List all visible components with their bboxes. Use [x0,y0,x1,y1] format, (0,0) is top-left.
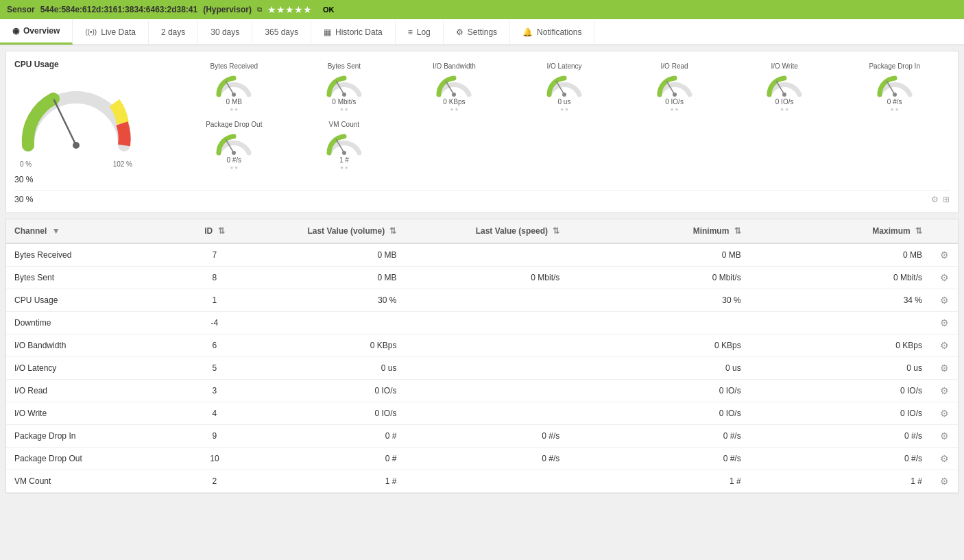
cell-channel: I/O Read [6,380,187,402]
cell-maximum: 0 KBps [749,334,930,357]
cell-actions[interactable]: ⚙ [930,470,958,493]
col-id-label: ID [204,226,213,236]
io-write-label: I/O Write [771,62,798,70]
vm-count-label: VM Count [329,121,359,128]
col-channel[interactable]: Channel ▼ [6,219,187,243]
col-actions [930,219,958,243]
gauge-io-read: I/O Read 0 IO/s ●● [619,60,730,115]
row-gear-icon[interactable]: ⚙ [940,430,949,441]
io-read-gauge-svg [654,71,695,97]
nav-settings[interactable]: ⚙ Settings [444,21,510,44]
nav-365days[interactable]: 365 days [252,21,311,44]
col-minimum[interactable]: Minimum ⇅ [568,219,749,243]
cell-last-value-volume: 0 us [242,357,405,380]
col-last-value-volume[interactable]: Last Value (volume) ⇅ [242,219,405,243]
header-sensor-type: (Hypervisor) [203,5,252,14]
cell-last-value-speed [405,289,568,312]
row-gear-icon[interactable]: ⚙ [940,476,949,487]
gauge-io-bandwidth: I/O Bandwidth 0 KBps ●● [399,60,509,115]
col-maximum-label: Maximum [872,226,910,236]
cell-actions[interactable]: ⚙ [930,243,958,267]
cell-id: 7 [187,243,241,267]
cell-id: 1 [187,289,241,312]
row-gear-icon[interactable]: ⚙ [940,385,949,396]
cell-channel: VM Count [6,470,187,493]
nav-30days[interactable]: 30 days [198,21,252,44]
table-body: Bytes Received 7 0 MB 0 MB 0 MB ⚙ Bytes … [6,243,958,493]
nav-log[interactable]: ≡ Log [396,21,444,44]
bytes-sent-gauge-svg [324,71,365,97]
cell-channel: Bytes Received [6,243,187,267]
gauge-vm-count: VM Count 1 # ●● [289,118,400,173]
cell-actions[interactable]: ⚙ [930,380,958,402]
nav-log-label: Log [417,27,431,37]
cell-actions[interactable]: ⚙ [930,402,958,425]
overview-expand-icon[interactable]: ⊞ [943,195,950,204]
cell-actions[interactable]: ⚙ [930,448,958,470]
row-gear-icon[interactable]: ⚙ [940,453,949,464]
cell-actions[interactable]: ⚙ [930,425,958,448]
cell-last-value-volume: 0 IO/s [242,402,405,425]
io-read-value: 0 IO/s [665,98,684,106]
nav-2days[interactable]: 2 days [149,21,198,44]
package-drop-in-value: 0 #/s [887,98,902,106]
row-gear-icon[interactable]: ⚙ [940,249,949,260]
cell-last-value-volume [242,312,405,334]
nav-overview[interactable]: ◉ Overview [0,19,73,45]
cell-id: 4 [187,402,241,425]
cell-id: -4 [187,312,241,334]
cell-actions[interactable]: ⚙ [930,334,958,357]
cell-channel: I/O Write [6,402,187,425]
col-maximum[interactable]: Maximum ⇅ [749,219,930,243]
overview-icon: ◉ [12,26,19,36]
cell-minimum: 1 # [568,470,749,493]
overview-settings-icon[interactable]: ⚙ [931,195,939,204]
cpu-max-label: 102 % [113,160,132,168]
gauge-io-write: I/O Write 0 IO/s ●● [730,60,840,115]
header-copy-icon[interactable]: ⧉ [257,5,262,14]
col-last-value-speed[interactable]: Last Value (speed) ⇅ [405,219,568,243]
nav-notifications[interactable]: 🔔 Notifications [510,21,594,44]
overview-bottom-bar: 30 % ⚙ ⊞ [14,190,950,204]
cell-last-value-volume: 30 % [242,289,405,312]
nav-live-data[interactable]: ((•)) Live Data [73,21,149,44]
cell-last-value-speed: 0 #/s [405,448,568,470]
table-header-row: Channel ▼ ID ⇅ Last Value (volume) ⇅ Las… [6,219,958,243]
row-gear-icon[interactable]: ⚙ [940,317,949,328]
io-latency-value: 0 us [558,98,571,106]
cell-id: 8 [187,267,241,289]
cell-actions[interactable]: ⚙ [930,289,958,312]
cpu-percent-value: 30 % [14,175,33,184]
col-minimum-sort-icon: ⇅ [734,226,741,236]
cell-actions[interactable]: ⚙ [930,267,958,289]
cell-minimum: 0 IO/s [568,380,749,402]
header-sensor-label: Sensor [7,5,35,14]
cell-maximum: 0 IO/s [749,380,930,402]
row-gear-icon[interactable]: ⚙ [940,340,949,351]
cell-minimum: 0 us [568,357,749,380]
col-id[interactable]: ID ⇅ [187,219,241,243]
nav-live-data-label: Live Data [101,27,136,37]
cell-minimum: 30 % [568,289,749,312]
row-gear-icon[interactable]: ⚙ [940,295,949,306]
cell-minimum: 0 IO/s [568,402,749,425]
cpu-current-value: 30 % [14,195,33,204]
row-gear-icon[interactable]: ⚙ [940,363,949,374]
cpu-min-label: 0 % [20,160,32,168]
col-last-value-volume-label: Last Value (volume) [307,226,385,236]
cell-maximum: 0 #/s [749,448,930,470]
overview-settings-icons[interactable]: ⚙ ⊞ [931,195,950,204]
cell-last-value-speed [405,380,568,402]
row-gear-icon[interactable]: ⚙ [940,408,949,419]
cell-actions[interactable]: ⚙ [930,312,958,334]
table-row: Package Drop In 9 0 # 0 #/s 0 #/s 0 #/s … [6,425,958,448]
cell-minimum: 0 KBps [568,334,749,357]
col-last-value-speed-label: Last Value (speed) [476,226,548,236]
cell-maximum: 0 #/s [749,425,930,448]
nav-historic[interactable]: ▦ Historic Data [311,21,396,44]
cell-actions[interactable]: ⚙ [930,357,958,380]
cell-id: 5 [187,357,241,380]
row-gear-icon[interactable]: ⚙ [940,272,949,283]
cell-channel: CPU Usage [6,289,187,312]
svg-point-1 [73,142,80,149]
